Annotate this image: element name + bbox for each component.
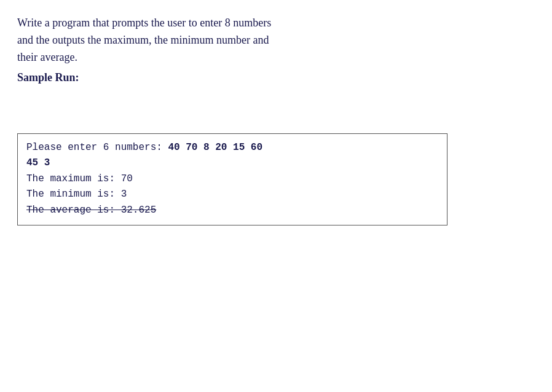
sample-run-label: Sample Run: <box>17 71 535 84</box>
terminal-line-4: The minimum is: 3 <box>26 187 438 203</box>
terminal-line-2: 45 3 <box>26 155 438 171</box>
terminal-prompt: Please enter 6 numbers: <box>26 142 168 153</box>
terminal-line-5: The average is: 32.625 <box>26 203 438 219</box>
description-block: Write a program that prompts the user to… <box>17 15 535 84</box>
terminal-output: Please enter 6 numbers: 40 70 8 20 15 60… <box>17 133 448 225</box>
desc-line1: Write a program that prompts the user to… <box>17 17 271 29</box>
terminal-input-1: 40 70 8 20 15 60 <box>168 142 262 153</box>
desc-line3: their average. <box>17 51 77 63</box>
desc-line2: and the outputs the maximum, the minimum… <box>17 34 269 46</box>
terminal-line-1: Please enter 6 numbers: 40 70 8 20 15 60 <box>26 140 438 156</box>
terminal-line-3: The maximum is: 70 <box>26 171 438 187</box>
description-text: Write a program that prompts the user to… <box>17 15 535 66</box>
